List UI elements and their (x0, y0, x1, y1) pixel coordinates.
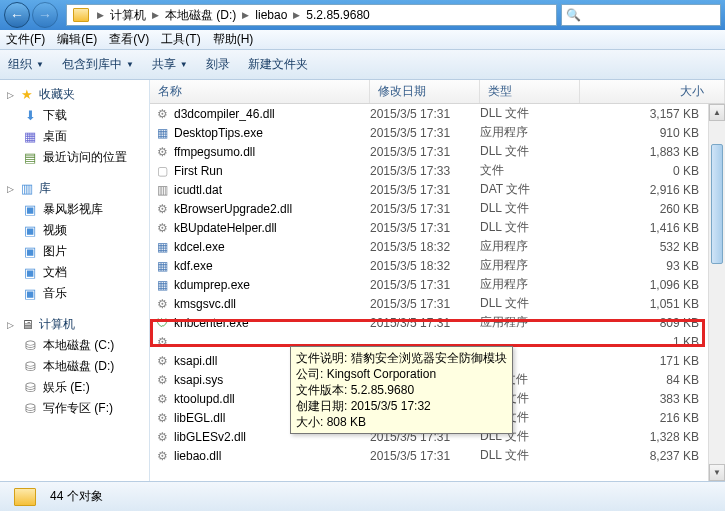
file-date: 2015/3/5 17:31 (370, 221, 480, 235)
sidebar-item[interactable]: ▣音乐 (0, 283, 149, 304)
drive-icon: ⛁ (22, 401, 38, 417)
sidebar-item-recent[interactable]: ▤最近访问的位置 (0, 147, 149, 168)
file-size: 93 KB (580, 259, 725, 273)
file-row[interactable]: ▦kdf.exe2015/3/5 18:32应用程序93 KB (150, 256, 725, 275)
new-folder-button[interactable]: 新建文件夹 (248, 56, 308, 73)
file-row[interactable]: ▦DesktopTips.exe2015/3/5 17:31应用程序910 KB (150, 123, 725, 142)
breadcrumb[interactable]: 5.2.85.9680 (304, 8, 371, 22)
file-name: DesktopTips.exe (174, 126, 263, 140)
breadcrumb[interactable]: 本地磁盘 (D:) (163, 7, 238, 24)
col-date[interactable]: 修改日期 (370, 80, 480, 103)
scroll-up-button[interactable]: ▲ (709, 104, 725, 121)
sidebar-item-downloads[interactable]: ⬇下载 (0, 105, 149, 126)
file-name: ksapi.dll (174, 354, 217, 368)
star-icon: ★ (19, 87, 35, 103)
file-icon: ⚙ (154, 201, 170, 217)
file-icon: 🛡 (154, 315, 170, 331)
file-icon: ⚙ (154, 296, 170, 312)
back-button[interactable]: ← (4, 2, 30, 28)
breadcrumb[interactable]: 计算机 (108, 7, 148, 24)
search-input[interactable]: 🔍 (561, 4, 721, 26)
sidebar-item[interactable]: ▣视频 (0, 220, 149, 241)
file-name: kdf.exe (174, 259, 213, 273)
drive-icon: ⛁ (22, 338, 38, 354)
col-type[interactable]: 类型 (480, 80, 580, 103)
address-bar[interactable]: ▶ 计算机 ▶ 本地磁盘 (D:) ▶ liebao ▶ 5.2.85.9680 (66, 4, 557, 26)
library-icon: ▥ (19, 181, 35, 197)
file-row[interactable]: ▦kdumprep.exe2015/3/5 17:31应用程序1,096 KB (150, 275, 725, 294)
burn-button[interactable]: 刻录 (206, 56, 230, 73)
col-size[interactable]: 大小 (580, 80, 725, 103)
organize-button[interactable]: 组织▼ (8, 56, 44, 73)
file-row[interactable]: ⚙ffmpegsumo.dll2015/3/5 17:31DLL 文件1,883… (150, 142, 725, 161)
sidebar-item[interactable]: ▣文档 (0, 262, 149, 283)
chevron-right-icon[interactable]: ▶ (93, 10, 108, 20)
share-button[interactable]: 共享▼ (152, 56, 188, 73)
sidebar-libraries[interactable]: ▷▥库 (0, 178, 149, 199)
file-size: 3,157 KB (580, 107, 725, 121)
file-type: 应用程序 (480, 124, 580, 141)
file-size: 8,237 KB (580, 449, 725, 463)
desktop-icon: ▦ (22, 129, 38, 145)
sidebar-item[interactable]: ▣暴风影视库 (0, 199, 149, 220)
file-name: icudtl.dat (174, 183, 222, 197)
computer-icon: 🖥 (19, 317, 35, 333)
menu-help[interactable]: 帮助(H) (213, 31, 254, 48)
sidebar-item-drive-e[interactable]: ⛁娱乐 (E:) (0, 377, 149, 398)
file-row[interactable]: ⚙kBrowserUpgrade2.dll2015/3/5 17:31DLL 文… (150, 199, 725, 218)
file-size: 171 KB (580, 354, 725, 368)
music-icon: ▣ (22, 286, 38, 302)
video-icon: ▣ (22, 223, 38, 239)
tooltip-line: 大小: 808 KB (296, 414, 507, 430)
file-row[interactable]: ⚙d3dcompiler_46.dll2015/3/5 17:31DLL 文件3… (150, 104, 725, 123)
pictures-icon: ▣ (22, 244, 38, 260)
chevron-down-icon: ▼ (36, 60, 44, 69)
file-row[interactable]: ▥icudtl.dat2015/3/5 17:31DAT 文件2,916 KB (150, 180, 725, 199)
menu-tools[interactable]: 工具(T) (161, 31, 200, 48)
tooltip-line: 文件说明: 猎豹安全浏览器安全防御模块 (296, 350, 507, 366)
file-name: ffmpegsumo.dll (174, 145, 255, 159)
sidebar-item[interactable]: ▣图片 (0, 241, 149, 262)
include-button[interactable]: 包含到库中▼ (62, 56, 134, 73)
sidebar-item-desktop[interactable]: ▦桌面 (0, 126, 149, 147)
scrollbar[interactable]: ▲ ▼ (708, 104, 725, 481)
file-row[interactable]: ▦kdcel.exe2015/3/5 18:32应用程序532 KB (150, 237, 725, 256)
file-icon: ⚙ (154, 106, 170, 122)
sidebar-item-drive-d[interactable]: ⛁本地磁盘 (D:) (0, 356, 149, 377)
sidebar-item-drive-c[interactable]: ⛁本地磁盘 (C:) (0, 335, 149, 356)
search-icon: 🔍 (566, 8, 581, 22)
file-name: kmsgsvc.dll (174, 297, 236, 311)
file-type: DLL 文件 (480, 200, 580, 217)
file-size: 532 KB (580, 240, 725, 254)
file-name: liebao.dll (174, 449, 221, 463)
chevron-right-icon[interactable]: ▶ (289, 10, 304, 20)
file-row[interactable]: 🛡knbcenter.exe2015/3/5 17:31应用程序809 KB (150, 313, 725, 332)
sidebar-item-drive-f[interactable]: ⛁写作专区 (F:) (0, 398, 149, 419)
file-date: 2015/3/5 17:31 (370, 278, 480, 292)
file-row[interactable]: ⚙kmsgsvc.dll2015/3/5 17:31DLL 文件1,051 KB (150, 294, 725, 313)
forward-button[interactable]: → (32, 2, 58, 28)
file-type: DLL 文件 (480, 219, 580, 236)
menu-file[interactable]: 文件(F) (6, 31, 45, 48)
file-icon: ▦ (154, 125, 170, 141)
chevron-right-icon[interactable]: ▶ (148, 10, 163, 20)
scroll-down-button[interactable]: ▼ (709, 464, 725, 481)
scroll-thumb[interactable] (711, 144, 723, 264)
file-row[interactable]: ⚙kBUpdateHelper.dll2015/3/5 17:31DLL 文件1… (150, 218, 725, 237)
menu-view[interactable]: 查看(V) (109, 31, 149, 48)
col-name[interactable]: 名称 (150, 80, 370, 103)
file-list: 名称 修改日期 类型 大小 ▲ ▼ ⚙d3dcompiler_46.dll201… (150, 80, 725, 481)
recent-icon: ▤ (22, 150, 38, 166)
file-date: 2015/3/5 17:33 (370, 164, 480, 178)
file-row[interactable]: ▢First Run2015/3/5 17:33文件0 KB (150, 161, 725, 180)
menu-edit[interactable]: 编辑(E) (57, 31, 97, 48)
file-type: DLL 文件 (480, 143, 580, 160)
sidebar-favorites[interactable]: ▷★收藏夹 (0, 84, 149, 105)
sidebar-computer[interactable]: ▷🖥计算机 (0, 314, 149, 335)
breadcrumb[interactable]: liebao (253, 8, 289, 22)
triangle-icon: ▷ (6, 320, 15, 330)
chevron-right-icon[interactable]: ▶ (238, 10, 253, 20)
file-type: 应用程序 (480, 314, 580, 331)
folder-icon (14, 488, 36, 506)
file-row[interactable]: ⚙liebao.dll2015/3/5 17:31DLL 文件8,237 KB (150, 446, 725, 465)
